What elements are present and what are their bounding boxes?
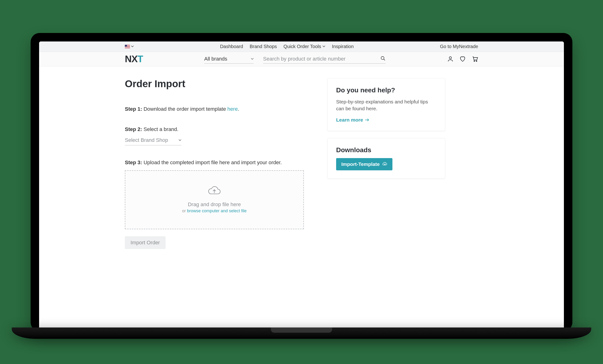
nav-inspiration[interactable]: Inspiration (332, 44, 354, 49)
import-form: Order Import Step 1: Download the order … (125, 78, 304, 249)
header: NXT All brands (39, 52, 564, 66)
downloads-card: Downloads Import-Template (327, 138, 445, 179)
search-bar (263, 54, 386, 64)
download-template-link[interactable]: here (227, 106, 238, 112)
sidebar: Do you need help? Step-by-step explanati… (327, 78, 445, 186)
brand-shop-select[interactable]: Select Brand Shop (125, 135, 181, 145)
step-2: Step 2: Select a brand. (125, 126, 304, 132)
header-icons (447, 56, 478, 62)
page-title: Order Import (125, 78, 304, 90)
chevron-down-icon (131, 46, 134, 47)
nav-links: Dashboard Brand Shops Quick Order Tools … (220, 44, 354, 49)
logo-t: T (138, 54, 143, 64)
account-icon[interactable] (447, 56, 454, 62)
flag-us-icon (125, 45, 130, 48)
help-card: Do you need help? Step-by-step explanati… (327, 78, 445, 131)
step-1-suffix: . (238, 106, 239, 112)
chevron-down-icon (323, 46, 325, 47)
chevron-down-icon (251, 58, 254, 60)
upload-cloud-icon (208, 186, 221, 197)
step-2-text: Select a brand. (142, 126, 178, 132)
brand-select[interactable]: All brands (204, 54, 254, 64)
downloads-title: Downloads (336, 146, 437, 154)
step-1-label: Step 1: (125, 106, 142, 112)
svg-line-1 (384, 59, 385, 60)
nav-brand-shops[interactable]: Brand Shops (250, 44, 277, 49)
search-icon[interactable] (380, 56, 386, 62)
arrow-right-icon (365, 118, 369, 121)
step-3-label: Step 3: (125, 160, 142, 165)
laptop-frame: Dashboard Brand Shops Quick Order Tools … (31, 33, 572, 331)
help-text: Step-by-step explanations and helpful ti… (336, 98, 437, 112)
file-dropzone[interactable]: Drag and drop file here or browse comput… (125, 170, 304, 229)
brand-shop-placeholder: Select Brand Shop (125, 137, 168, 143)
step-3-text: Upload the completed import file here an… (142, 160, 282, 165)
cart-icon[interactable] (472, 56, 478, 62)
nav-quick-order-label: Quick Order Tools (284, 44, 321, 49)
brand-select-label: All brands (204, 56, 227, 62)
help-title: Do you need help? (336, 86, 437, 94)
svg-point-0 (381, 56, 384, 59)
step-2-label: Step 2: (125, 126, 142, 132)
nav-quick-order[interactable]: Quick Order Tools (284, 44, 325, 49)
svg-point-3 (474, 61, 475, 62)
learn-more-link[interactable]: Learn more (336, 117, 369, 123)
logo[interactable]: NXT (125, 54, 143, 64)
download-button-label: Import-Template (341, 161, 380, 167)
nav-dashboard[interactable]: Dashboard (220, 44, 243, 49)
download-template-button[interactable]: Import-Template (336, 158, 393, 170)
learn-more-label: Learn more (336, 117, 363, 123)
search-input[interactable] (263, 54, 386, 63)
logo-n: N (125, 54, 131, 64)
main-content: Order Import Step 1: Download the order … (39, 66, 564, 331)
browse-file-link[interactable]: browse computer and select file (187, 209, 247, 213)
svg-point-2 (449, 57, 451, 59)
language-selector[interactable] (125, 45, 134, 48)
laptop-notch (271, 328, 332, 333)
laptop-base (12, 328, 591, 339)
chevron-down-icon (179, 139, 181, 141)
dropzone-subtitle: or browse computer and select file (182, 209, 247, 213)
app-window: Dashboard Brand Shops Quick Order Tools … (39, 41, 564, 331)
download-icon (383, 162, 387, 166)
wishlist-icon[interactable] (459, 56, 466, 62)
dropzone-or: or (182, 209, 187, 213)
step-1: Step 1: Download the order import templa… (125, 106, 304, 112)
step-3: Step 3: Upload the completed import file… (125, 160, 304, 166)
logo-x: X (131, 54, 138, 64)
step-1-text: Download the order import template (142, 106, 227, 112)
go-mynextrade-link[interactable]: Go to MyNextrade (440, 44, 478, 49)
topbar: Dashboard Brand Shops Quick Order Tools … (39, 41, 564, 52)
import-order-button[interactable]: Import Order (125, 236, 166, 249)
dropzone-title: Drag and drop file here (188, 201, 241, 208)
svg-point-4 (476, 61, 477, 62)
